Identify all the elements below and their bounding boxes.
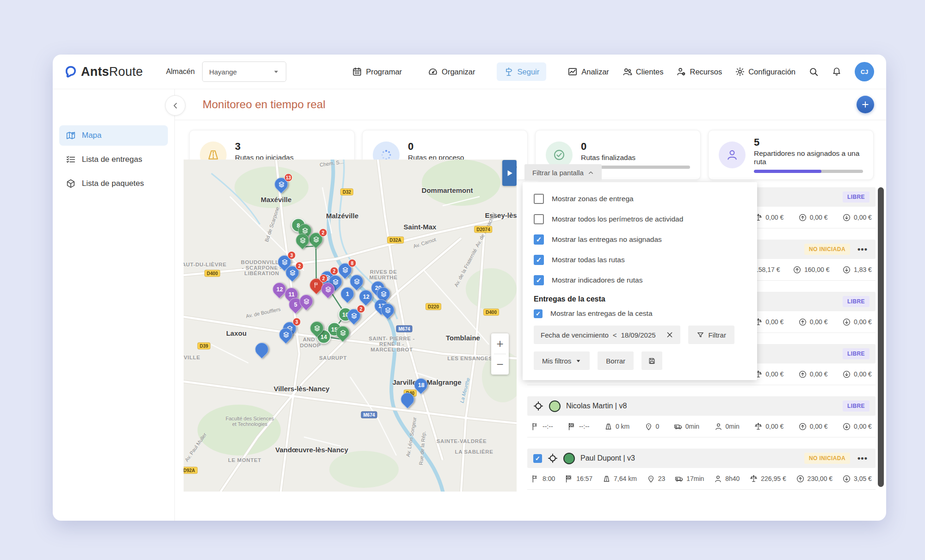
driver-avatar <box>549 400 561 412</box>
route-stat: 0,00 € <box>798 422 828 431</box>
map-marker[interactable] <box>296 234 309 247</box>
map-marker[interactable]: 18 <box>414 378 428 392</box>
map-marker[interactable] <box>350 275 364 288</box>
zoom-out-button[interactable]: − <box>491 354 509 375</box>
checkbox-label: Mostrar todos los perímetros de activida… <box>552 215 683 223</box>
more-menu-button[interactable]: ••• <box>856 454 870 463</box>
stat-card: 5 Repartidores no asignados a una ruta <box>708 130 874 180</box>
nav-item[interactable]: Organizar <box>423 62 480 81</box>
route-stat-value: 0 <box>656 423 660 430</box>
filter-screen-button[interactable]: Filtrar la pantalla <box>524 164 602 181</box>
map-marker[interactable] <box>310 321 324 335</box>
chevron-down-icon <box>273 68 279 75</box>
map-marker[interactable] <box>300 295 313 308</box>
checkbox[interactable] <box>534 275 544 285</box>
map-marker[interactable] <box>377 287 390 301</box>
user-avatar[interactable]: CJ <box>855 62 874 81</box>
map-marker[interactable]: 12 <box>359 290 373 303</box>
route-stat-value: 230,00 € <box>808 475 833 482</box>
back-button[interactable] <box>165 95 185 116</box>
map-marker[interactable]: 2 <box>347 309 361 322</box>
route-row[interactable]: Nicolas Martin | v8 LIBRE --:----:--0 km… <box>527 396 876 437</box>
checkbox[interactable] <box>534 255 544 265</box>
warehouse-value: Hayange <box>209 68 237 76</box>
sidebar-item[interactable]: Mapa <box>59 125 168 146</box>
map-zoom-control: + − <box>491 333 509 375</box>
nav-util-item[interactable]: Clientes <box>623 67 664 77</box>
route-stat: 0 <box>644 422 660 431</box>
route-stat: 0,00 € <box>754 422 783 431</box>
nav-item[interactable]: Programar <box>347 62 407 81</box>
nav-item-label: Seguir <box>518 68 540 76</box>
route-stat: 23 <box>647 474 666 483</box>
map-marker[interactable]: 2 <box>286 266 299 279</box>
close-icon[interactable] <box>666 331 673 338</box>
map-expand-button[interactable] <box>502 160 517 186</box>
search-icon[interactable] <box>808 67 819 77</box>
warehouse-select[interactable]: Hayange <box>202 62 286 82</box>
route-checkbox[interactable] <box>533 454 542 463</box>
filtrar-label: Filtrar <box>709 331 726 339</box>
sidebar-item[interactable]: Lista de paquetes <box>59 173 168 194</box>
marker-count-badge: 2 <box>296 262 304 270</box>
layers-icon <box>302 228 308 234</box>
map-marker[interactable] <box>279 328 293 341</box>
filtrar-button[interactable]: Filtrar <box>688 326 734 344</box>
routes-scrollbar[interactable] <box>878 187 884 487</box>
nav-item-label: Programar <box>366 68 402 76</box>
nav-item[interactable]: Seguir <box>497 62 547 81</box>
map-marker[interactable]: 13 <box>275 178 288 191</box>
driver-name: Nicolas Martin | v8 <box>566 402 627 410</box>
filter-checkbox-row: Mostrar zonas de entrega <box>534 189 746 209</box>
flagfinish-icon <box>567 422 576 431</box>
map-marker[interactable] <box>336 326 350 339</box>
add-button[interactable] <box>857 96 874 113</box>
map-marker[interactable] <box>321 283 335 296</box>
sidebar-item-label: Lista de entregas <box>82 155 142 164</box>
logo-text: AntsRoute <box>81 65 143 79</box>
notifications-bell-icon[interactable] <box>832 67 842 77</box>
more-menu-button[interactable]: ••• <box>856 245 870 254</box>
route-stat: 230,00 € <box>796 474 833 483</box>
downc-icon <box>842 213 851 222</box>
map-marker[interactable]: 1 <box>341 287 354 301</box>
sidebar-item-icon <box>66 130 76 141</box>
stat-label: Rutas finalizadas <box>581 154 690 162</box>
map-marker[interactable]: 2 <box>309 233 323 246</box>
my-filters-button[interactable]: Mis filtros <box>534 351 590 370</box>
nav-util-item[interactable]: Recursos <box>676 67 722 77</box>
plus-icon <box>861 100 870 109</box>
clear-button[interactable]: Borrar <box>598 351 634 370</box>
route-row[interactable]: Paul Dupont | v3 NO INICIADA ••• 8:0016:… <box>527 449 876 490</box>
top-navbar: AntsRoute Almacén Hayange Programar Orga… <box>53 55 886 89</box>
map-marker[interactable] <box>401 393 414 406</box>
route-stat: 7,64 km <box>602 474 637 483</box>
save-icon <box>648 357 656 365</box>
antsroute-logo[interactable]: AntsRoute <box>65 65 143 79</box>
layers-icon <box>314 325 320 332</box>
layers-icon <box>380 291 387 297</box>
checkbox[interactable] <box>534 309 543 318</box>
layers-icon <box>342 267 348 273</box>
nav-item[interactable]: Analizar <box>563 62 614 81</box>
sidebar-item[interactable]: Lista de entregas <box>59 149 168 170</box>
save-filter-button[interactable] <box>641 351 662 370</box>
stat-value: 5 <box>754 137 863 148</box>
checkbox[interactable] <box>534 214 544 224</box>
stat-progress-track <box>754 170 863 173</box>
locate-target-icon[interactable] <box>533 401 543 411</box>
funnel-icon <box>697 331 704 339</box>
checkbox[interactable] <box>534 234 544 245</box>
route-stat-value: 226,95 € <box>761 475 786 482</box>
status-badge: LIBRE <box>843 296 870 307</box>
map-marker[interactable] <box>381 303 395 317</box>
chevron-up-icon <box>588 170 594 176</box>
route-header: Paul Dupont | v3 NO INICIADA ••• <box>527 449 876 468</box>
map-marker[interactable] <box>255 343 269 356</box>
locate-target-icon[interactable] <box>548 453 558 463</box>
map[interactable]: MaxévilleMalzévilleDommartemontEssey-lès… <box>184 160 517 492</box>
stat-card-icon <box>719 142 746 168</box>
nav-util-item[interactable]: Configuración <box>735 67 796 77</box>
checkbox[interactable] <box>534 194 544 204</box>
zoom-in-button[interactable]: + <box>491 333 509 354</box>
